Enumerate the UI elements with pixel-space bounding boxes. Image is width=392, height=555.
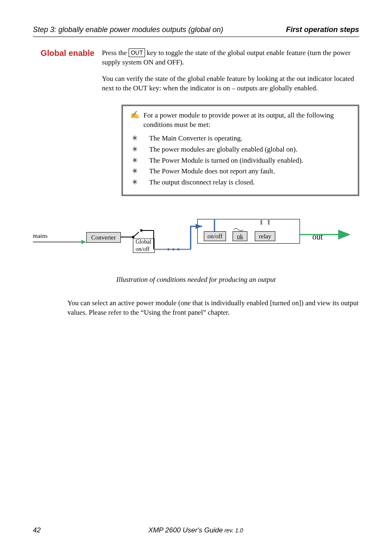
note-lead: ✍ For a power module to provide power at…	[130, 111, 350, 130]
note-item-text: The output disconnect relay is closed.	[149, 178, 255, 187]
svg-point-11	[168, 249, 170, 251]
body-column: Press the OUT key to toggle the state of…	[102, 48, 359, 210]
page-number: 42	[33, 526, 41, 534]
footer-title: XMP 2600 User's Guide rev. 1.0	[148, 526, 243, 534]
note-list: ✳The Main Converter is operating. ✳The p…	[132, 134, 350, 188]
diagram-svg	[33, 210, 362, 272]
svg-point-13	[178, 249, 180, 251]
svg-rect-7	[133, 239, 154, 253]
svg-marker-1	[81, 240, 86, 244]
footer-title-a: XMP 2600 User's Guide	[148, 526, 223, 534]
paragraph-2: You can verify the state of the global e…	[102, 74, 359, 93]
svg-line-5	[133, 232, 139, 237]
footer-spacer	[351, 526, 359, 534]
bullet-icon: ✳	[132, 145, 138, 154]
note-item-text: The Power Module is turned on (individua…	[149, 156, 303, 166]
para1-a: Press the	[102, 49, 129, 57]
footer-title-b: rev. 1.0	[223, 527, 243, 534]
bullet-icon: ✳	[132, 167, 138, 176]
out-key: OUT	[129, 48, 145, 57]
bullet-icon: ✳	[132, 156, 138, 166]
paragraph-3: You can select an active power module (o…	[67, 299, 359, 318]
note-lead-text: For a power module to provide power at i…	[143, 111, 350, 130]
note-item-text: The Main Converter is operating.	[149, 134, 242, 143]
note-item: ✳The Main Converter is operating.	[132, 134, 350, 143]
header-left: Step 3: globally enable power modules ou…	[33, 25, 223, 34]
page-header: Step 3: globally enable power modules ou…	[33, 25, 359, 37]
note-item: ✳The Power Module does not report any fa…	[132, 167, 350, 176]
header-right: First operation steps	[286, 25, 359, 34]
side-heading: Global enable	[33, 48, 95, 58]
page-footer: 42 XMP 2600 User's Guide rev. 1.0	[33, 526, 359, 534]
diagram: mains Converter Global on/off on/off ok …	[33, 210, 359, 272]
hand-icon: ✍	[130, 111, 139, 130]
paragraph-1: Press the OUT key to toggle the state of…	[102, 48, 359, 67]
note-item: ✳The Power Module is turned on (individu…	[132, 156, 350, 166]
note-item-text: The Power Module does not report any fau…	[149, 167, 275, 176]
note-item: ✳The power modules are globally enabled …	[132, 145, 350, 154]
svg-point-12	[173, 249, 175, 251]
heading-row: Global enable Press the OUT key to toggl…	[33, 48, 359, 210]
note-item: ✳The output disconnect relay is closed.	[132, 178, 350, 187]
note-box: ✍ For a power module to provide power at…	[122, 105, 359, 196]
bullet-icon: ✳	[132, 134, 138, 143]
diagram-caption: Illustration of conditions needed for pr…	[33, 276, 359, 284]
bullet-icon: ✳	[132, 178, 138, 187]
note-item-text: The power modules are globally enabled (…	[149, 145, 297, 154]
